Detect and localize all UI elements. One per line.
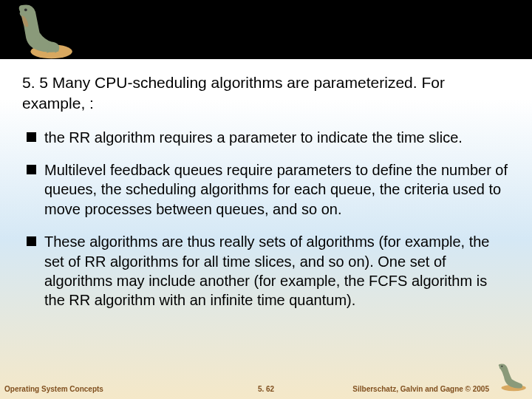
footer-left-text: Operating System Concepts bbox=[4, 385, 103, 393]
svg-point-3 bbox=[501, 366, 502, 367]
footer: Operating System Concepts 5. 62 Silbersc… bbox=[0, 378, 532, 395]
slide: 5. 5 Many CPU-scheduling algorithms are … bbox=[0, 0, 532, 399]
footer-copyright: Silberschatz, Galvin and Gagne © 2005 bbox=[352, 385, 489, 393]
bullet-item: the RR algorithm requires a parameter to… bbox=[22, 128, 510, 147]
dinosaur-top-icon bbox=[6, 1, 76, 61]
dinosaur-bottom-icon bbox=[492, 362, 529, 392]
footer-page-number: 5. 62 bbox=[258, 385, 274, 393]
bullet-list: the RR algorithm requires a parameter to… bbox=[22, 128, 510, 310]
bullet-item: These algorithms are thus really sets of… bbox=[22, 232, 510, 310]
svg-point-1 bbox=[24, 8, 27, 11]
header-bar bbox=[0, 0, 532, 59]
content-area: 5. 5 Many CPU-scheduling algorithms are … bbox=[0, 59, 532, 310]
bullet-item: Multilevel feedback queues require param… bbox=[22, 160, 510, 219]
slide-heading: 5. 5 Many CPU-scheduling algorithms are … bbox=[22, 72, 510, 115]
